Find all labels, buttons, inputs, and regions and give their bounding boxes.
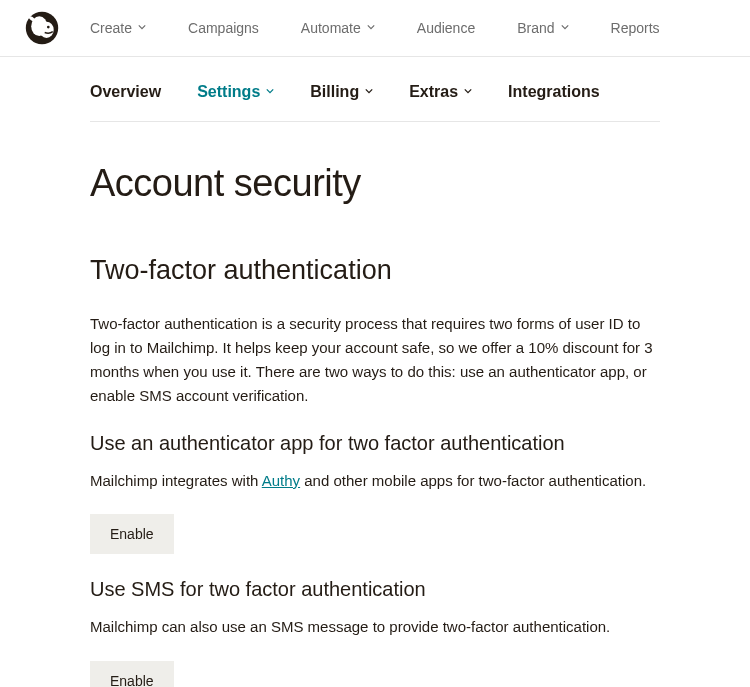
enable-sms-button[interactable]: Enable <box>90 661 174 688</box>
chevron-down-icon <box>138 24 146 32</box>
chevron-down-icon <box>561 24 569 32</box>
chevron-down-icon <box>464 88 472 96</box>
svg-point-2 <box>39 22 53 38</box>
authapp-heading: Use an authenticator app for two factor … <box>90 432 660 455</box>
authapp-description: Mailchimp integrates with Authy and othe… <box>90 469 660 492</box>
mailchimp-logo[interactable] <box>24 10 60 46</box>
page-title: Account security <box>90 162 660 205</box>
subnav-label: Billing <box>310 83 359 101</box>
chevron-down-icon <box>266 88 274 96</box>
nav-reports[interactable]: Reports <box>611 20 660 36</box>
nav-label: Reports <box>611 20 660 36</box>
twofa-description: Two-factor authentication is a security … <box>90 312 660 408</box>
subnav-extras[interactable]: Extras <box>409 83 472 101</box>
subnav-label: Integrations <box>508 83 600 101</box>
sms-heading: Use SMS for two factor authentication <box>90 578 660 601</box>
authapp-desc-suffix: and other mobile apps for two-factor aut… <box>300 472 646 489</box>
subnav-settings[interactable]: Settings <box>197 83 274 101</box>
subnav-label: Settings <box>197 83 260 101</box>
sms-description: Mailchimp can also use an SMS message to… <box>90 615 660 638</box>
top-nav: Create Campaigns Automate Audience Brand… <box>90 20 660 36</box>
nav-audience[interactable]: Audience <box>417 20 475 36</box>
subnav-label: Overview <box>90 83 161 101</box>
nav-brand[interactable]: Brand <box>517 20 568 36</box>
authapp-desc-prefix: Mailchimp integrates with <box>90 472 262 489</box>
nav-label: Campaigns <box>188 20 259 36</box>
nav-label: Brand <box>517 20 554 36</box>
svg-point-3 <box>47 26 50 29</box>
nav-label: Automate <box>301 20 361 36</box>
authy-link[interactable]: Authy <box>262 472 300 489</box>
subnav-billing[interactable]: Billing <box>310 83 373 101</box>
account-subnav: Overview Settings Billing Extras Integra… <box>90 83 660 122</box>
chevron-down-icon <box>365 88 373 96</box>
nav-automate[interactable]: Automate <box>301 20 375 36</box>
twofa-heading: Two-factor authentication <box>90 255 660 286</box>
chevron-down-icon <box>367 24 375 32</box>
enable-authapp-button[interactable]: Enable <box>90 514 174 554</box>
top-bar: Create Campaigns Automate Audience Brand… <box>0 0 750 57</box>
nav-label: Create <box>90 20 132 36</box>
content-area: Overview Settings Billing Extras Integra… <box>0 57 660 687</box>
subnav-integrations[interactable]: Integrations <box>508 83 600 101</box>
nav-create[interactable]: Create <box>90 20 146 36</box>
subnav-label: Extras <box>409 83 458 101</box>
subnav-overview[interactable]: Overview <box>90 83 161 101</box>
nav-campaigns[interactable]: Campaigns <box>188 20 259 36</box>
nav-label: Audience <box>417 20 475 36</box>
